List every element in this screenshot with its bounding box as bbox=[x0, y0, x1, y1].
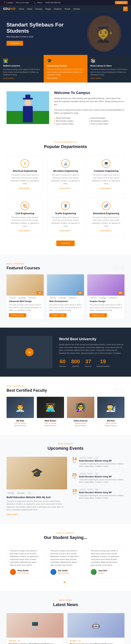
course-badge-2: 299 bbox=[117, 291, 123, 294]
nav-home[interactable]: Home bbox=[19, 8, 24, 10]
site-logo[interactable]: EDUAID bbox=[3, 7, 16, 10]
welcome-list-item: Learn Courses Online bbox=[89, 123, 121, 125]
events-title: Upcoming Events bbox=[7, 446, 124, 451]
play-button[interactable] bbox=[25, 348, 34, 356]
feature-desc-0: The point of using Lorem Ipsum is that i… bbox=[3, 68, 41, 76]
faculty-role-2: Faculty Director bbox=[75, 422, 86, 424]
course-desc-0: The point of using Lorem Ipsum is that i… bbox=[9, 304, 41, 312]
nav-result[interactable]: Result bbox=[65, 8, 70, 10]
feature-readmore-1[interactable]: Read More + bbox=[47, 78, 84, 79]
welcome-image bbox=[7, 91, 49, 124]
testimonial-text-1: The point of using Lorem Ipsum is that i… bbox=[50, 550, 81, 567]
course-thumb-0: 200 bbox=[7, 274, 44, 296]
news-title-1: Most unusual uses of artificial intelli … bbox=[70, 643, 122, 644]
navbar: EDUAID Home About Courses Pages Students… bbox=[0, 5, 131, 12]
hero-content: Standart Syllebaus For Students Best Edu… bbox=[7, 22, 69, 46]
feature-readmore-2[interactable]: Read More + bbox=[90, 78, 128, 79]
dept-title-1: Microbios Engineering bbox=[50, 170, 81, 172]
view-more-button[interactable]: View More bbox=[56, 240, 75, 246]
author-info-0: Peter Bottle CEO & Founder bbox=[18, 570, 29, 574]
welcome-list-item: Best Industry Leaders bbox=[54, 120, 86, 122]
dept-readmore-5[interactable]: READ MORE + bbox=[100, 230, 112, 232]
news-grid: 🖥️ Education Art Most Unusual Uses Of Ar… bbox=[7, 613, 124, 644]
enroll-button-0[interactable]: ENROLL NOW bbox=[9, 313, 26, 317]
event-item-2: 19 June 8:00 AM - 2:30 PM City Build Edu… bbox=[72, 488, 124, 502]
author-role-1: Web Developer bbox=[58, 572, 69, 574]
dept-icon-0: ⚡ bbox=[21, 159, 29, 168]
phone-icon: 📞 bbox=[34, 2, 36, 4]
nav-courses[interactable]: Courses bbox=[35, 8, 42, 10]
testimonial-card-2: The point of using Lorem Ipsum is that i… bbox=[87, 546, 124, 578]
stats-section: World Best Univercity Simply dummy text … bbox=[0, 328, 131, 377]
testimonial-dot-2[interactable] bbox=[66, 582, 67, 583]
dept-readmore-1[interactable]: READ MORE + bbox=[59, 188, 72, 190]
faculty-dept-3: Science Director bbox=[97, 425, 125, 426]
hero-cta-button[interactable]: Apply Now bbox=[7, 41, 23, 46]
stats-numbers: 60 Teachers 800 Students 37 Courses 19 N… bbox=[59, 358, 124, 367]
dept-readmore-0[interactable]: READ MORE + bbox=[19, 188, 31, 190]
faculty-name-3: Md Riad bbox=[97, 420, 125, 422]
testimonial-text-2: The point of using Lorem Ipsum is that i… bbox=[91, 550, 121, 567]
hero-title: Standart Syllebaus For Students bbox=[7, 22, 69, 34]
events-featured-readmore[interactable]: READ MORE + bbox=[7, 514, 19, 516]
dept-desc-4: The point of using Lorem Ipsum is that i… bbox=[50, 216, 81, 228]
author-name-1: Seo Smith bbox=[58, 570, 69, 572]
courses-next-arrow[interactable]: › bbox=[119, 266, 124, 270]
dept-title-4: Textile Engineering bbox=[50, 212, 81, 215]
search-button[interactable]: 🔍 bbox=[123, 6, 128, 11]
course-card-0: 200 Finance Language Admission Advanced … bbox=[7, 274, 44, 320]
events-content: 🎓 8:00 AM Education City Build Education… bbox=[7, 457, 124, 516]
faculty-next-arrow[interactable]: › bbox=[119, 388, 124, 393]
welcome-section: Welcome To Campus Simply dummy text of t… bbox=[0, 82, 131, 133]
news-card-0: 🖥️ Education Art Most Unusual Uses Of Ar… bbox=[7, 613, 64, 644]
news-body-1: Education Art Most unusual uses of artif… bbox=[67, 638, 124, 644]
dept-readmore-4[interactable]: READ MORE + bbox=[59, 230, 72, 232]
dept-desc-3: The point of using Lorem Ipsum is that i… bbox=[10, 216, 40, 228]
feature-readmore-0[interactable]: Read More + bbox=[3, 78, 41, 79]
nav-pages[interactable]: Pages bbox=[45, 8, 51, 10]
dept-title-5: Biomedical Engineering bbox=[91, 212, 121, 215]
faculty-card-1: 👨‍💻 Mark Robert CEO & Founder Science Di… bbox=[37, 397, 64, 426]
dept-icon-1: 🔬 bbox=[61, 159, 70, 168]
stat-teachers: 60 Teachers bbox=[59, 358, 66, 367]
dept-readmore-2[interactable]: READ MORE + bbox=[100, 188, 112, 190]
dept-readmore-3[interactable]: READ MORE + bbox=[19, 230, 31, 232]
events-label: OUR EVENTS bbox=[7, 443, 124, 445]
nav-students[interactable]: Students bbox=[54, 8, 62, 10]
courses-prev-arrow[interactable]: ‹ bbox=[113, 266, 118, 270]
testimonials-label: OUR STUDENTS bbox=[7, 532, 124, 534]
event-tags-1: 8:00 AM - 2:30 PM City bbox=[79, 472, 124, 475]
event-tags-0: 8:00 AM - 2:30 PM City bbox=[79, 457, 124, 459]
event-tag: 8:00 AM - 2:30 PM bbox=[79, 457, 93, 459]
feature-title-0: Skilled Lecturers bbox=[3, 64, 41, 67]
testimonials-grid: The point of using Lorem Ipsum is that i… bbox=[7, 546, 124, 578]
location-icon: 📍 bbox=[3, 2, 6, 4]
enroll-button-2[interactable]: ENROLL NOW bbox=[90, 313, 107, 317]
dept-icon-3: 🏗️ bbox=[21, 202, 29, 210]
stat-label-students: Students bbox=[71, 365, 80, 367]
feature-title-2: Book Library & Store bbox=[90, 64, 128, 67]
events-featured-desc: The point of using Lorem Ipsum is that i… bbox=[7, 500, 67, 511]
feature-card-library: 📚 Book Library & Store The point of usin… bbox=[87, 55, 131, 82]
welcome-desc: Simply dummy text of the printing and ty… bbox=[54, 97, 124, 106]
testimonial-card-0: The point of using Lorem Ipsum is that i… bbox=[7, 546, 44, 578]
faculty-role-1: CEO & Founder bbox=[45, 422, 56, 424]
stat-awards: 19 National Awards bbox=[96, 358, 109, 367]
event-tag: 8:00 AM bbox=[7, 492, 15, 494]
event-title-0: Build Education Website Using WP bbox=[79, 460, 124, 462]
dept-icon-2: 💻 bbox=[102, 159, 110, 168]
faculty-role-0: CEO & Founder bbox=[15, 422, 26, 424]
author-info-2: Jane Doe Student bbox=[98, 570, 107, 574]
login-button[interactable]: LOGIN / IN bbox=[115, 1, 128, 4]
enroll-button-1[interactable]: ENROLL NOW bbox=[49, 313, 67, 317]
faculty-prev-arrow[interactable]: ‹ bbox=[113, 388, 118, 393]
news-meta-0: Education Art bbox=[9, 640, 61, 642]
events-featured: 🎓 8:00 AM Education City Build Education… bbox=[7, 457, 67, 516]
faculty-card-2: 👩‍🏫 Halisa Downey Faculty Director Scien… bbox=[67, 397, 94, 426]
nav-about[interactable]: About bbox=[27, 8, 32, 10]
course-body-2: Graphic Design The point of using Lorem … bbox=[87, 299, 124, 320]
news-title-0: Most Unusual Uses Of Artificial Intelli … bbox=[9, 643, 61, 644]
nav-contact[interactable]: Contact bbox=[73, 8, 80, 10]
faculty-grid: 👨‍💼 Md Riad CEO & Founder Science Direct… bbox=[7, 397, 124, 426]
testimonial-dot-1[interactable] bbox=[64, 582, 65, 583]
